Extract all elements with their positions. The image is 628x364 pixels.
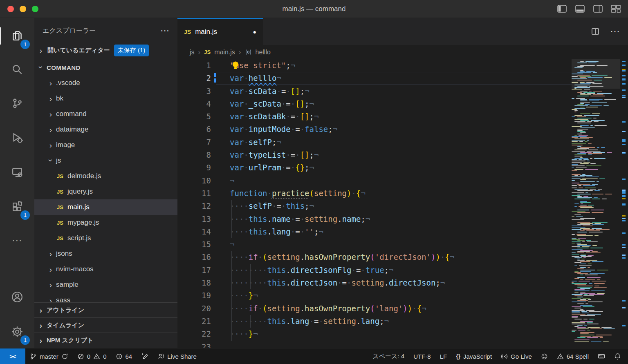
code-line-19[interactable]: 19····}¬: [177, 289, 572, 302]
code-line-23[interactable]: 23: [177, 341, 572, 348]
sidebar-more-actions-icon[interactable]: ⋯: [160, 29, 169, 33]
breadcrumbs: js › JS main.js › helllo: [177, 45, 628, 59]
toggle-secondary-sidebar-icon[interactable]: [593, 5, 603, 13]
section-outline[interactable]: › アウトライン: [34, 302, 177, 317]
tree-item-sample[interactable]: ›sample: [34, 277, 177, 293]
customize-layout-icon[interactable]: [611, 5, 621, 13]
lightbulb-icon[interactable]: [231, 60, 240, 70]
keyboard-item[interactable]: [593, 348, 610, 364]
activity-explorer[interactable]: 1: [0, 19, 34, 53]
indentation-item[interactable]: スペース: 4: [368, 348, 409, 364]
line-number: 18: [177, 277, 230, 289]
tree-item-nvim-macos[interactable]: ›nvim-macos: [34, 261, 177, 277]
language-label: JavaScript: [463, 353, 492, 360]
tree-item-mypage.js[interactable]: JSmypage.js: [34, 215, 177, 230]
code-line-3[interactable]: 3var·scData·=·[];¬: [177, 85, 572, 98]
toggle-panel-icon[interactable]: [575, 5, 585, 13]
breadcrumb-symbol[interactable]: helllo: [256, 49, 271, 56]
go-live-label: Go Live: [511, 353, 532, 360]
code-line-20[interactable]: 20····if·(setting.hasOwnProperty('lang')…: [177, 302, 572, 315]
activity-run-debug[interactable]: [0, 121, 34, 154]
tree-item-sass[interactable]: ›sass: [34, 293, 177, 302]
tree-item-label: script.js: [67, 234, 91, 242]
line-number: 3: [177, 85, 230, 98]
code-line-8[interactable]: 8var·typeList·=·[];¬: [177, 149, 572, 161]
activity-remote-explorer[interactable]: [0, 156, 34, 189]
breadcrumb-folder[interactable]: js: [190, 49, 195, 56]
info-count-item[interactable]: 64: [111, 348, 137, 364]
editor-more-icon[interactable]: ⋯: [610, 29, 620, 33]
tree-item-command[interactable]: ›command: [34, 106, 177, 122]
breadcrumb-file[interactable]: main.js: [214, 49, 235, 56]
live-share-item[interactable]: Live Share: [153, 348, 201, 364]
line-number: 12: [177, 200, 230, 212]
encoding-item[interactable]: UTF-8: [409, 348, 435, 364]
activity-accounts[interactable]: [0, 280, 34, 314]
code-line-11[interactable]: 11function·practice(setting)·{¬: [177, 187, 572, 200]
workspace-section-header[interactable]: › COMMAND: [34, 60, 177, 75]
tree-item-dataimage[interactable]: ›dataimage: [34, 122, 177, 137]
code-line-21[interactable]: 21········this.lang·=·setting.lang;¬: [177, 315, 572, 328]
code-line-17[interactable]: 17········this.directJsonFlg·=·true;¬: [177, 264, 572, 277]
error-icon: [77, 353, 84, 360]
feedback-item[interactable]: [536, 348, 552, 364]
settings-badge: 1: [20, 335, 30, 345]
notifications-item[interactable]: [610, 348, 626, 364]
activity-settings[interactable]: 1: [0, 315, 34, 348]
code-line-22[interactable]: 22····}¬: [177, 328, 572, 340]
go-live-item[interactable]: Go Live: [496, 348, 536, 364]
search-icon: [11, 64, 23, 75]
unsaved-dot-icon[interactable]: ●: [253, 29, 256, 35]
activity-source-control[interactable]: [0, 87, 34, 120]
activity-more[interactable]: ⋯: [0, 223, 34, 257]
code-line-14[interactable]: 14····this.lang·=·'';¬: [177, 226, 572, 238]
code-line-6[interactable]: 6var·inputMode·=·false;¬: [177, 123, 572, 136]
minimap-slider[interactable]: [572, 59, 620, 89]
tree-item-main.js[interactable]: JSmain.js: [34, 199, 177, 215]
minimize-window-button[interactable]: [20, 6, 26, 12]
tree-item-jsons[interactable]: ›jsons: [34, 246, 177, 261]
remote-indicator[interactable]: ><: [0, 348, 25, 364]
code-line-2[interactable]: 2var·helllo¬: [177, 72, 572, 85]
line-number: 22: [177, 328, 230, 340]
split-editor-icon[interactable]: [591, 27, 599, 36]
activity-extensions[interactable]: 1: [0, 190, 34, 223]
toggle-primary-sidebar-icon[interactable]: [557, 5, 567, 13]
tree-item-jquery.js[interactable]: JSjquery.js: [34, 184, 177, 199]
tree-item-image[interactable]: ›image: [34, 137, 177, 153]
tree-item-bk[interactable]: ›bk: [34, 91, 177, 106]
tree-item-.vscode[interactable]: ›.vscode: [34, 75, 177, 91]
tab-main-js[interactable]: JS main.js ●: [177, 18, 263, 45]
minimap[interactable]: [572, 59, 620, 348]
line-number: 13: [177, 213, 230, 226]
tree-item-script.js[interactable]: JSscript.js: [34, 230, 177, 246]
tree-item-delmode.js[interactable]: JSdelmode.js: [34, 168, 177, 184]
language-item[interactable]: {} JavaScript: [451, 348, 496, 364]
activity-search[interactable]: [0, 53, 34, 86]
chevron-right-icon: ›: [38, 306, 44, 314]
code-line-4[interactable]: 4var·_scData·=·[];¬: [177, 98, 572, 110]
spell-checker-item[interactable]: 64 Spell: [552, 348, 593, 364]
open-editors-section[interactable]: › 開いているエディター 未保存 (1): [34, 41, 177, 60]
code-line-16[interactable]: 16····if·(setting.hasOwnProperty('direct…: [177, 251, 572, 264]
edit-toggle-item[interactable]: [137, 348, 153, 364]
code-line-15[interactable]: 15¬: [177, 238, 572, 251]
code-line-5[interactable]: 5var·scDataBk·=·[];¬: [177, 110, 572, 123]
problems-item[interactable]: 0 0: [73, 348, 111, 364]
code-line-7[interactable]: 7var·selfP;¬: [177, 136, 572, 149]
code-line-12[interactable]: 12····selfP·=·this;¬: [177, 200, 572, 212]
code-line-13[interactable]: 13····this.name·=·setting.name;¬: [177, 213, 572, 226]
chevron-down-icon: ›: [47, 157, 55, 163]
branch-item[interactable]: master: [25, 348, 73, 364]
close-window-button[interactable]: [7, 6, 14, 12]
section-timeline[interactable]: › タイムライン: [34, 317, 177, 333]
modified-gutter-indicator: [214, 73, 216, 84]
code-line-18[interactable]: 18········this.directJson·=·setting.dire…: [177, 277, 572, 289]
eol-item[interactable]: LF: [435, 348, 452, 364]
code-line-10[interactable]: 10¬: [177, 174, 572, 187]
section-npm-scripts[interactable]: › NPM スクリプト: [34, 333, 177, 348]
code-line-9[interactable]: 9var·urlPram·=·{};¬: [177, 161, 572, 174]
tree-item-js[interactable]: ›js: [34, 153, 177, 168]
line-number: 23: [177, 341, 230, 348]
zoom-window-button[interactable]: [32, 6, 38, 12]
